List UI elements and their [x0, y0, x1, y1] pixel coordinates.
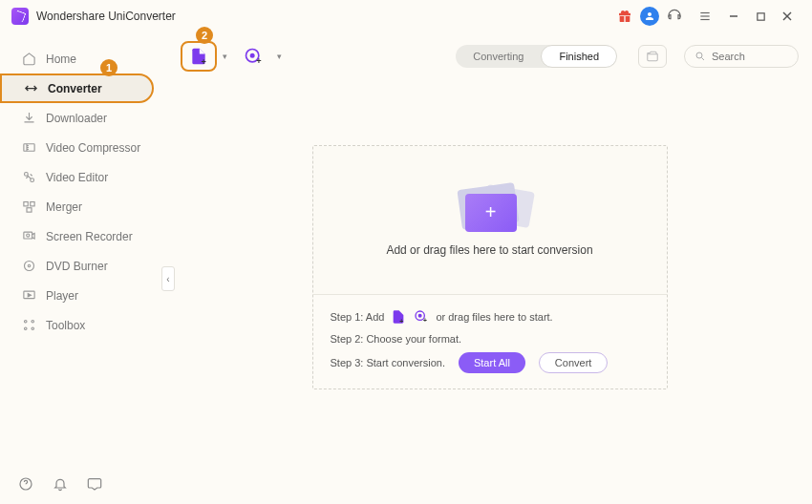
- step1-label-a: Step 1: Add: [331, 311, 385, 323]
- sidebar-item-label: DVD Burner: [46, 260, 108, 273]
- svg-point-20: [24, 327, 27, 330]
- tab-converting[interactable]: Converting: [456, 45, 541, 68]
- recorder-icon: [21, 229, 36, 244]
- annotation-badge-1: 1: [100, 59, 118, 76]
- output-folder-button[interactable]: [638, 45, 667, 68]
- sidebar-item-label: Converter: [48, 82, 102, 95]
- add-dvd-caret-icon[interactable]: ▾: [277, 52, 282, 61]
- step1-label-b: or drag files here to start.: [436, 311, 552, 323]
- svg-point-16: [28, 264, 31, 267]
- dropzone[interactable]: + Add or drag files here to start conver…: [312, 145, 668, 389]
- sidebar-item-editor[interactable]: Video Editor: [0, 162, 167, 192]
- svg-line-28: [702, 58, 705, 61]
- sidebar-item-downloader[interactable]: Downloader: [0, 103, 167, 133]
- svg-rect-4: [757, 12, 763, 19]
- sidebar-item-label: Player: [46, 289, 78, 303]
- sidebar: Home Converter Downloader Video Compress…: [0, 32, 167, 504]
- help-icon[interactable]: [17, 475, 34, 493]
- toolbox-icon: [21, 318, 36, 333]
- add-file-caret-icon[interactable]: ▾: [223, 52, 227, 61]
- step3-label: Step 3: Start conversion.: [331, 357, 445, 368]
- add-file-mini-icon[interactable]: +: [390, 308, 407, 326]
- step-1: Step 1: Add + + or drag files here to st…: [331, 308, 650, 326]
- sidebar-item-player[interactable]: Player: [0, 281, 167, 310]
- player-icon: [21, 288, 36, 304]
- feedback-icon[interactable]: [86, 475, 103, 493]
- compressor-icon: [21, 140, 36, 156]
- sidebar-item-home[interactable]: Home: [0, 44, 167, 74]
- sidebar-item-compressor[interactable]: Video Compressor: [0, 133, 167, 162]
- sidebar-item-label: Video Compressor: [46, 141, 140, 155]
- tab-finished[interactable]: Finished: [541, 45, 617, 68]
- svg-point-15: [24, 262, 33, 271]
- annotation-badge-2: 2: [196, 27, 213, 44]
- sidebar-item-label: Video Editor: [46, 171, 108, 184]
- sidebar-item-label: Home: [46, 52, 76, 66]
- toolbar: + ▾ + ▾ Converting Finished: [167, 32, 812, 80]
- sidebar-item-label: Merger: [46, 200, 82, 214]
- add-file-button[interactable]: +: [181, 41, 217, 72]
- svg-point-14: [26, 234, 29, 237]
- step-3: Step 3: Start conversion. Start All Conv…: [331, 352, 650, 373]
- support-icon[interactable]: [665, 7, 684, 26]
- sidebar-item-label: Toolbox: [46, 319, 85, 332]
- svg-point-31: [419, 314, 422, 317]
- svg-rect-11: [30, 202, 33, 206]
- svg-text:+: +: [423, 317, 427, 324]
- search-input[interactable]: [712, 51, 788, 62]
- svg-point-18: [24, 321, 27, 324]
- convert-button[interactable]: Convert: [539, 352, 609, 373]
- search-box[interactable]: [684, 45, 799, 68]
- svg-text:+: +: [400, 318, 404, 325]
- home-icon: [21, 52, 36, 67]
- svg-rect-10: [23, 202, 27, 206]
- titlebar: Wondershare UniConverter: [0, 0, 812, 32]
- close-button[interactable]: [777, 6, 798, 27]
- dropzone-top[interactable]: + Add or drag files here to start conver…: [313, 146, 667, 294]
- sidebar-item-label: Screen Recorder: [46, 230, 133, 243]
- content: + Add or drag files here to start conver…: [167, 80, 812, 504]
- sidebar-item-label: Downloader: [46, 112, 107, 125]
- converter-icon: [23, 81, 38, 96]
- add-dvd-button[interactable]: +: [235, 41, 271, 72]
- downloader-icon: [21, 111, 36, 126]
- search-icon: [694, 51, 706, 62]
- svg-point-25: [251, 54, 254, 57]
- start-all-button[interactable]: Start All: [459, 352, 525, 373]
- minimize-button[interactable]: [723, 6, 744, 27]
- collapse-sidebar-button[interactable]: ‹: [161, 266, 175, 291]
- sidebar-item-toolbox[interactable]: Toolbox: [0, 310, 167, 340]
- folder-add-icon: +: [452, 184, 528, 232]
- gift-icon[interactable]: [615, 7, 634, 26]
- menu-icon[interactable]: [695, 7, 715, 26]
- merger-icon: [21, 200, 36, 215]
- svg-point-27: [696, 52, 702, 58]
- dropzone-text: Add or drag files here to start conversi…: [386, 243, 592, 257]
- svg-point-19: [32, 321, 34, 324]
- svg-rect-12: [27, 208, 32, 212]
- app-logo-icon: [11, 8, 29, 25]
- svg-text:+: +: [202, 57, 206, 67]
- sidebar-item-converter[interactable]: Converter: [0, 74, 154, 103]
- app-title: Wondershare UniConverter: [36, 10, 176, 23]
- step2-label: Step 2: Choose your format.: [331, 333, 462, 345]
- dvd-icon: [21, 259, 36, 274]
- sidebar-item-dvd[interactable]: DVD Burner: [0, 251, 167, 281]
- steps-panel: Step 1: Add + + or drag files here to st…: [313, 294, 667, 388]
- svg-point-21: [32, 327, 34, 330]
- sidebar-bottom: [0, 464, 167, 504]
- user-avatar-icon[interactable]: [640, 7, 659, 26]
- notification-icon[interactable]: [52, 475, 69, 493]
- maximize-button[interactable]: [750, 6, 771, 27]
- sidebar-item-recorder[interactable]: Screen Recorder: [0, 221, 167, 251]
- tab-group: Converting Finished: [456, 45, 617, 68]
- svg-text:+: +: [256, 56, 261, 66]
- svg-rect-7: [23, 144, 33, 152]
- svg-rect-13: [23, 232, 32, 239]
- main-area: + ▾ + ▾ Converting Finished: [167, 32, 812, 504]
- sidebar-item-merger[interactable]: Merger: [0, 192, 167, 221]
- editor-icon: [21, 170, 36, 185]
- step-2: Step 2: Choose your format.: [331, 333, 650, 345]
- add-dvd-mini-icon[interactable]: +: [413, 308, 430, 326]
